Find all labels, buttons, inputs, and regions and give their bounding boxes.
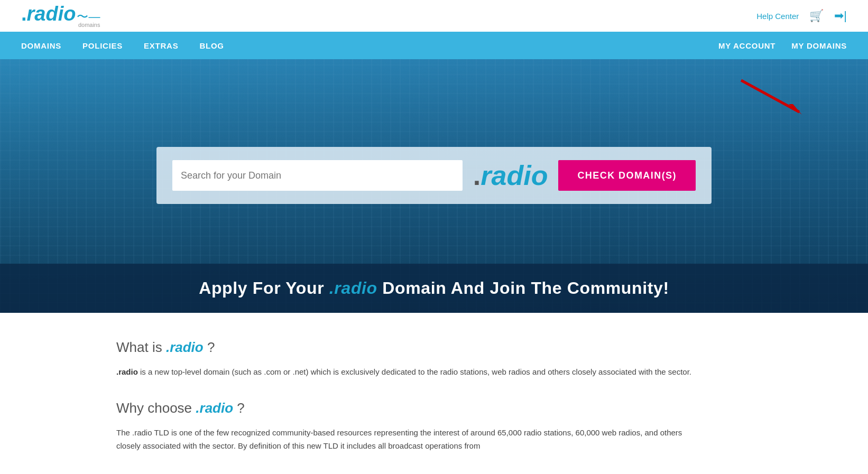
- radio-char: radio: [481, 160, 548, 191]
- community-radio: .radio: [329, 278, 377, 298]
- logo-wave: 〜—: [77, 11, 100, 23]
- logo-sub: domains: [21, 22, 100, 28]
- community-text: Apply For Your .radio Domain And Join Th…: [199, 278, 669, 298]
- content-section: What is .radio ? .radio is a new top-lev…: [0, 313, 868, 474]
- signin-icon[interactable]: ➡|: [834, 9, 847, 23]
- svg-marker-1: [789, 104, 802, 115]
- search-container: .radio CHECK DOMAIN(S): [156, 147, 712, 204]
- community-banner: Apply For Your .radio Domain And Join Th…: [0, 264, 868, 313]
- why-choose-title: Why choose .radio ?: [116, 400, 752, 416]
- svg-line-0: [741, 80, 799, 112]
- why-choose-radio: .radio: [196, 400, 233, 416]
- check-domains-button[interactable]: CHECK DOMAIN(S): [558, 160, 696, 191]
- what-is-section: What is .radio ? .radio is a new top-lev…: [116, 339, 752, 379]
- what-is-suffix: ?: [204, 339, 215, 355]
- cart-icon[interactable]: 🛒: [809, 9, 824, 23]
- what-is-bold: .radio: [116, 367, 138, 376]
- what-is-body: .radio is a new top-level domain (such a…: [116, 365, 698, 379]
- what-is-text: is a new top-level domain (such as .com …: [138, 367, 691, 376]
- nav-item-extras[interactable]: EXTRAS: [144, 41, 178, 50]
- nav-item-policies[interactable]: POLICIES: [82, 41, 123, 50]
- why-choose-prefix: Why choose: [116, 400, 196, 416]
- nav-right: MY ACCOUNT MY DOMAINS: [718, 41, 847, 50]
- dot-char: .: [473, 160, 481, 191]
- nav-bar: DOMAINS POLICIES EXTRAS BLOG MY ACCOUNT …: [0, 32, 868, 59]
- community-prefix: Apply For Your: [199, 278, 329, 298]
- nav-item-blog[interactable]: BLOG: [199, 41, 224, 50]
- logo-radio: radio: [27, 4, 76, 24]
- community-suffix: Domain And Join The Community!: [377, 278, 669, 298]
- why-choose-section: Why choose .radio ? The .radio TLD is on…: [116, 400, 752, 453]
- nav-item-my-domains[interactable]: MY DOMAINS: [791, 41, 847, 50]
- nav-left: DOMAINS POLICIES EXTRAS BLOG: [21, 41, 224, 50]
- search-input[interactable]: [172, 160, 463, 191]
- help-center-link[interactable]: Help Center: [756, 12, 799, 21]
- header-right: Help Center 🛒 ➡|: [756, 9, 847, 23]
- nav-item-domains[interactable]: DOMAINS: [21, 41, 61, 50]
- logo-dot: .: [21, 4, 27, 24]
- what-is-radio: .radio: [166, 339, 204, 355]
- header-top: . radio 〜— domains Help Center 🛒 ➡|: [0, 0, 868, 32]
- dot-radio-badge: .radio: [469, 160, 552, 191]
- arrow-indicator: [731, 75, 805, 119]
- hero-section: .radio CHECK DOMAIN(S) Apply For Your .r…: [0, 59, 868, 313]
- section-divider: [116, 379, 752, 400]
- why-choose-body: The .radio TLD is one of the few recogni…: [116, 426, 698, 453]
- what-is-title: What is .radio ?: [116, 339, 752, 356]
- why-choose-suffix: ?: [233, 400, 245, 416]
- nav-item-my-account[interactable]: MY ACCOUNT: [718, 41, 775, 50]
- logo[interactable]: . radio 〜— domains: [21, 4, 100, 28]
- what-is-prefix: What is: [116, 339, 166, 355]
